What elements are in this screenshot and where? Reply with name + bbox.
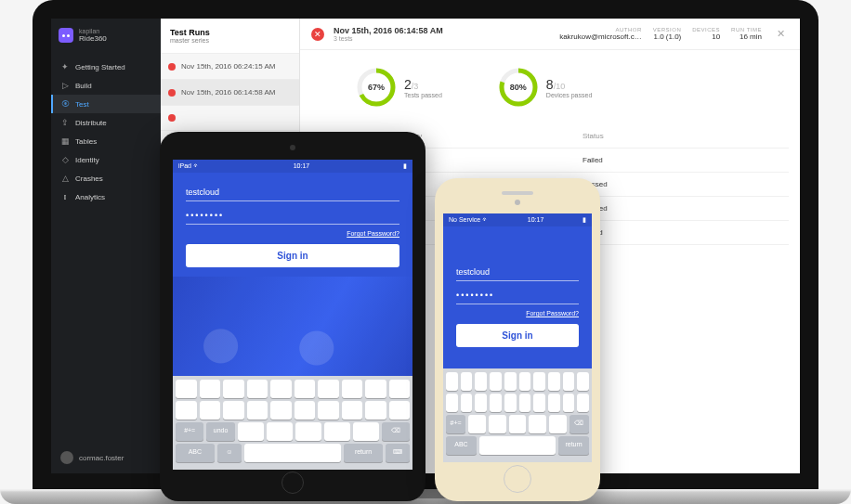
key[interactable]: 2 — [461, 372, 473, 391]
signin-button[interactable]: Sign in — [456, 324, 579, 347]
key[interactable]: - — [446, 394, 458, 412]
keyboard[interactable]: 1234567890 -/:;()$&@" #+= .,?!' ⌫ ABC sp… — [443, 368, 592, 462]
sidebar-item-analytics[interactable]: ⫾Analytics — [51, 187, 161, 206]
key-return[interactable]: return — [558, 436, 589, 455]
user-row[interactable]: cormac.foster — [51, 442, 161, 473]
sidebar-item-test[interactable]: ⦿Test — [51, 95, 161, 113]
key[interactable]: . — [238, 422, 264, 441]
key[interactable]: 7 — [318, 380, 339, 398]
key[interactable]: 1 — [176, 380, 197, 398]
key[interactable]: ( — [270, 401, 292, 420]
key-space[interactable]: space — [479, 436, 556, 455]
key-backspace[interactable]: ⌫ — [570, 415, 589, 433]
key[interactable]: ( — [504, 394, 517, 412]
key-hide-keyboard-icon[interactable]: ⌨ — [386, 444, 410, 462]
key[interactable]: & — [548, 394, 560, 412]
key[interactable]: 4 — [490, 372, 502, 391]
sidebar-item-build[interactable]: ▷Build — [51, 76, 161, 95]
password-field[interactable]: •••••••• — [186, 207, 399, 225]
key[interactable]: ! — [324, 422, 350, 441]
key[interactable]: ; — [490, 394, 502, 412]
sidebar-item-distribute[interactable]: ⇪Distribute — [51, 113, 161, 132]
username-field[interactable]: testcloud — [186, 184, 399, 201]
close-button[interactable]: ✕ — [773, 28, 789, 40]
key[interactable]: , — [267, 422, 293, 441]
key[interactable]: 6 — [295, 380, 316, 398]
key[interactable]: 3 — [475, 372, 487, 391]
key[interactable]: 0 — [577, 372, 589, 391]
key-abc[interactable]: ABC — [176, 444, 215, 462]
key[interactable]: : — [475, 394, 487, 412]
key-undo[interactable]: undo — [206, 422, 234, 441]
key-backspace[interactable]: ⌫ — [382, 422, 410, 441]
nav-label: Distribute — [75, 119, 107, 127]
key[interactable]: ' — [549, 415, 567, 433]
detail-subtitle: 3 tests — [334, 35, 443, 42]
key[interactable]: . — [468, 415, 486, 433]
key[interactable]: ; — [247, 401, 268, 420]
sidebar-item-identity[interactable]: ◇Identity — [51, 150, 161, 169]
sidebar-item-crashes[interactable]: △Crashes — [51, 169, 161, 187]
key-space[interactable]: space — [244, 444, 341, 462]
key[interactable]: 5 — [504, 372, 517, 391]
sidebar-item-tables[interactable]: ▦Tables — [51, 132, 161, 150]
key-emoji-icon[interactable]: ☺ — [217, 444, 242, 462]
key[interactable]: ? — [295, 422, 321, 441]
user-name: cormac.foster — [79, 454, 124, 462]
key[interactable]: ) — [295, 401, 316, 420]
key[interactable]: " — [389, 401, 411, 420]
gauge-tests: 67% 2/3 Tests passed — [356, 67, 442, 108]
username-field[interactable]: testcloud — [456, 264, 579, 281]
key-return[interactable]: return — [344, 444, 383, 462]
sidebar-item-getting-started[interactable]: ✦Getting Started — [51, 58, 161, 76]
tablet-frame: iPad ᯤ 10:17 ▮ testcloud •••••••• Forgot… — [160, 132, 426, 501]
key-symbols[interactable]: #+= — [446, 415, 465, 433]
key[interactable]: 9 — [563, 372, 575, 391]
laptop-base — [0, 489, 851, 504]
key[interactable]: - — [176, 401, 197, 420]
key[interactable]: 6 — [519, 372, 531, 391]
meta-runtime: 16 min — [731, 32, 762, 41]
key[interactable]: ' — [353, 422, 379, 441]
key[interactable]: 9 — [365, 380, 386, 398]
key[interactable]: ? — [509, 415, 527, 433]
key[interactable]: 7 — [533, 372, 545, 391]
tablet-screen: iPad ᯤ 10:17 ▮ testcloud •••••••• Forgot… — [173, 160, 412, 470]
nav-icon: △ — [60, 174, 70, 183]
key[interactable]: 0 — [389, 380, 411, 398]
password-field[interactable]: •••••••• — [456, 287, 579, 304]
key[interactable]: 5 — [270, 380, 292, 398]
key-abc[interactable]: ABC — [446, 436, 477, 455]
key[interactable]: 2 — [200, 380, 221, 398]
key[interactable]: & — [342, 401, 363, 420]
key[interactable]: @ — [563, 394, 575, 412]
run-item[interactable]: Nov 15th, 2016 06:14:58 AM — [161, 80, 299, 106]
forgot-password-link[interactable]: Forgot Password? — [456, 310, 579, 317]
key[interactable]: @ — [365, 401, 386, 420]
key-symbols[interactable]: #+= — [176, 422, 203, 441]
forgot-password-link[interactable]: Forgot Password? — [186, 230, 399, 237]
gauge-tests-num: 2 — [404, 77, 412, 92]
run-item[interactable]: Nov 15th, 2016 06:24:15 AM — [161, 54, 299, 80]
statusbar-carrier: No Service ᯤ — [449, 216, 489, 224]
key[interactable]: ) — [519, 394, 531, 412]
key[interactable]: / — [461, 394, 473, 412]
app-switcher[interactable]: kapilan Ride360 — [51, 19, 161, 52]
key[interactable]: 3 — [223, 380, 244, 398]
key[interactable]: 4 — [247, 380, 268, 398]
key[interactable]: , — [489, 415, 506, 433]
key[interactable]: $ — [533, 394, 545, 412]
run-item[interactable] — [161, 106, 299, 131]
key[interactable]: 8 — [548, 372, 560, 391]
key[interactable]: / — [200, 401, 221, 420]
keyboard[interactable]: 1234567890 -/:;()$&@" #+= undo .,?!' ⌫ A… — [173, 376, 412, 470]
key[interactable]: 1 — [446, 372, 458, 391]
key[interactable]: " — [577, 394, 589, 412]
statusbar-time: 10:17 — [528, 216, 544, 224]
key[interactable]: : — [223, 401, 244, 420]
key[interactable]: ! — [529, 415, 546, 433]
key[interactable]: 8 — [342, 380, 363, 398]
signin-button[interactable]: Sign in — [186, 244, 399, 267]
key[interactable]: $ — [318, 401, 339, 420]
meta-version: 1.0 (1.0) — [653, 32, 682, 41]
